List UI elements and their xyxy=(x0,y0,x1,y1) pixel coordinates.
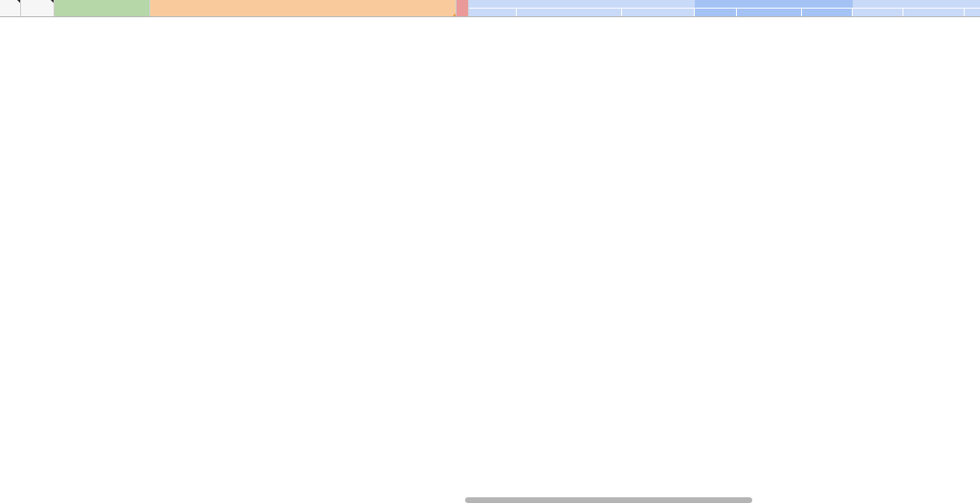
comment-marker-icon xyxy=(51,0,54,3)
prop-comments-header[interactable] xyxy=(965,9,980,16)
prop-sample-values-header[interactable] xyxy=(903,9,965,16)
prop-name-header[interactable] xyxy=(469,9,517,16)
spreadsheet-grid xyxy=(0,0,980,504)
horizontal-scrollbar[interactable] xyxy=(465,497,752,503)
header-row xyxy=(0,0,980,17)
prop-comments-header[interactable] xyxy=(622,9,695,16)
column-header-event-description[interactable] xyxy=(150,0,457,16)
column-header-priority[interactable] xyxy=(457,0,469,16)
prop-comments-header[interactable] xyxy=(802,9,853,16)
event-property-header xyxy=(469,0,695,9)
column-header-status[interactable] xyxy=(21,0,55,16)
event-property-group-1 xyxy=(469,0,695,16)
comment-marker-icon xyxy=(17,0,20,3)
column-header-event-name[interactable] xyxy=(55,0,150,16)
prop-sample-values-header[interactable] xyxy=(737,9,802,16)
column-header-done[interactable] xyxy=(0,0,21,16)
prop-sample-values-header[interactable] xyxy=(517,9,622,16)
prop-name-header[interactable] xyxy=(853,9,903,16)
comment-marker-icon xyxy=(453,13,456,16)
prop-name-header[interactable] xyxy=(695,9,737,16)
event-property-header xyxy=(853,0,980,9)
event-property-group-3 xyxy=(853,0,980,16)
event-property-header xyxy=(695,0,853,9)
event-property-group-2 xyxy=(695,0,853,16)
